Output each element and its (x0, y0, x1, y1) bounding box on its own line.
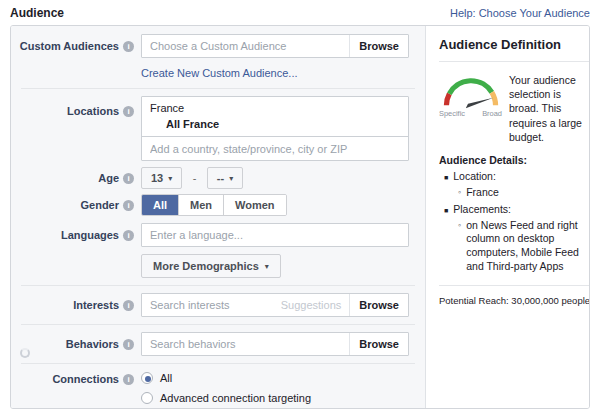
gauge-specific-label: Specific (439, 109, 465, 118)
divider (21, 324, 415, 325)
locations-label: Locations (67, 105, 119, 117)
info-icon[interactable]: i (123, 230, 134, 241)
gender-row: Gender i All Men Women (11, 194, 425, 216)
info-icon[interactable]: i (123, 106, 134, 117)
behaviors-label: Behaviors (66, 338, 119, 350)
connections-row: Connections i All Advanced connection ta… (11, 372, 425, 404)
languages-input-group (141, 223, 409, 247)
divider (439, 285, 590, 286)
interests-label: Interests (73, 299, 119, 311)
behaviors-input[interactable] (142, 333, 349, 355)
divider (21, 363, 415, 364)
info-icon[interactable]: i (123, 41, 134, 52)
create-custom-audience-link[interactable]: Create New Custom Audience... (141, 67, 298, 79)
languages-row: Languages i (11, 223, 425, 247)
info-icon[interactable]: i (123, 339, 134, 350)
bullet-square-icon: ■ (444, 173, 448, 184)
suggestions-button[interactable]: Suggestions (273, 299, 350, 311)
behaviors-input-group: Browse (141, 332, 409, 356)
audience-definition-panel: Audience Definition Specific Broad Your … (426, 26, 590, 408)
gender-option-all[interactable]: All (142, 195, 178, 215)
divider (21, 88, 415, 89)
custom-audiences-input-group: Browse (141, 34, 409, 58)
behaviors-browse-button[interactable]: Browse (349, 333, 408, 355)
more-demographics-button[interactable]: More Demographics ▾ (141, 254, 281, 278)
audience-form: Custom Audiences i Browse Create New Cus… (11, 26, 426, 408)
audience-definition-title: Audience Definition (439, 37, 590, 52)
custom-audiences-input[interactable] (142, 35, 349, 57)
interests-input-group: Suggestions Browse (141, 293, 409, 317)
potential-reach: Potential Reach: 30,000,000 people (439, 295, 590, 306)
detail-item: ■ Location: (439, 170, 590, 184)
gauge-broad-segment (492, 92, 496, 105)
gender-label: Gender (80, 199, 119, 211)
interests-row: Interests i Suggestions Browse (11, 293, 425, 317)
gauge-broad-label: Broad (482, 109, 502, 118)
behaviors-row: Behaviors i Browse (11, 332, 425, 356)
custom-audiences-row: Custom Audiences i Browse (11, 34, 425, 58)
gender-option-women[interactable]: Women (223, 195, 286, 215)
age-range-separator: - (193, 172, 197, 184)
connections-advanced-radio[interactable] (141, 392, 153, 404)
detail-item: ■ Placements: (439, 203, 590, 217)
caret-down-icon: ▾ (168, 174, 172, 183)
help-link[interactable]: Help: Choose Your Audience (450, 7, 590, 19)
connections-option-all: All (141, 372, 416, 384)
audience-details-title: Audience Details: (439, 154, 590, 166)
custom-audiences-browse-button[interactable]: Browse (349, 35, 408, 57)
gender-segmented-control: All Men Women (141, 194, 287, 216)
divider (21, 285, 415, 286)
section-header: Audience Help: Choose Your Audience (0, 0, 600, 25)
connections-all-radio[interactable] (141, 372, 153, 384)
info-icon[interactable]: i (123, 173, 134, 184)
age-label: Age (98, 172, 119, 184)
loading-spinner-icon (20, 348, 30, 358)
page-title: Audience (10, 6, 64, 20)
divider (439, 61, 590, 62)
gender-option-men[interactable]: Men (178, 195, 223, 215)
gauge-mid-segment (449, 81, 491, 94)
caret-down-icon: ▾ (265, 262, 269, 271)
age-max-select[interactable]: -- ▾ (207, 167, 243, 189)
audience-gauge: Specific Broad (439, 71, 503, 118)
audience-summary: Your audience selection is broad. This r… (509, 71, 590, 144)
caret-down-icon: ▾ (229, 174, 233, 183)
interests-browse-button[interactable]: Browse (349, 294, 408, 316)
locations-box: France All France (141, 96, 409, 161)
audience-card: Custom Audiences i Browse Create New Cus… (10, 25, 590, 409)
connections-option-advanced: Advanced connection targeting (141, 392, 416, 404)
age-row: Age i 13 ▾ - -- ▾ (11, 167, 425, 189)
languages-input[interactable] (142, 224, 408, 246)
selected-location-region: All France (166, 118, 400, 130)
bullet-square-icon: ■ (444, 206, 448, 217)
info-icon[interactable]: i (123, 300, 134, 311)
custom-audiences-label: Custom Audiences (20, 40, 119, 52)
connections-label: Connections (52, 373, 119, 385)
selected-location-country: France (150, 102, 400, 114)
gauge-specific-segment (446, 94, 449, 106)
gauge-needle-icon (466, 98, 494, 108)
locations-row: Locations i France All France (11, 96, 425, 161)
info-icon[interactable]: i (123, 200, 134, 211)
bullet-circle-icon: ◦ (458, 187, 461, 200)
locations-input[interactable] (142, 136, 408, 160)
info-icon[interactable]: i (123, 374, 134, 385)
languages-label: Languages (61, 229, 119, 241)
interests-input[interactable] (142, 294, 273, 316)
detail-subitem: ◦ on News Feed and right column on deskt… (439, 219, 590, 274)
bullet-circle-icon: ◦ (458, 220, 461, 274)
detail-subitem: ◦ France (439, 186, 590, 200)
age-min-select[interactable]: 13 ▾ (141, 167, 182, 189)
